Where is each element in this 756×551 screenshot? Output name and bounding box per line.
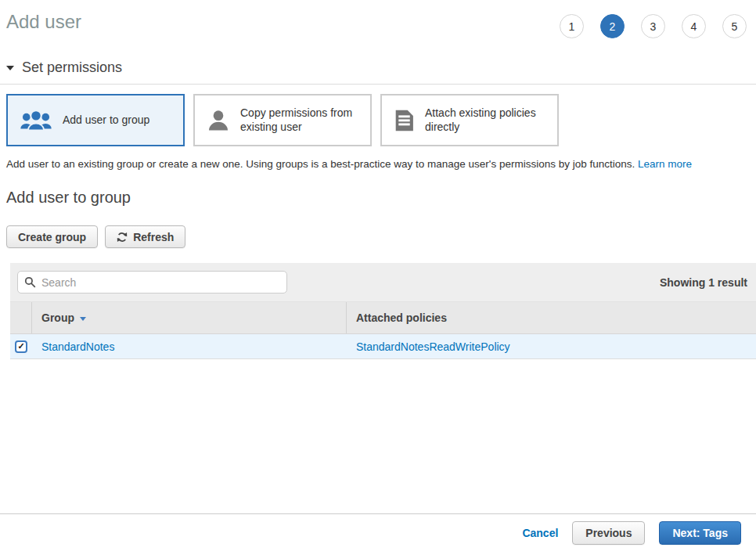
permissions-description: Add user to an existing group or create … — [6, 158, 747, 170]
section-title: Set permissions — [22, 59, 122, 76]
option-label: Copy permissions from existing user — [240, 106, 362, 134]
option-attach-policies[interactable]: Attach existing policies directly — [380, 94, 559, 146]
wizard-step-5: 5 — [722, 14, 747, 38]
permission-option-cards: Add user to group Copy permissions from … — [6, 94, 756, 146]
wizard-step-3: 3 — [641, 14, 665, 38]
option-label: Attach existing policies directly — [425, 106, 549, 134]
next-tags-button[interactable]: Next: Tags — [659, 521, 741, 545]
option-add-user-to-group[interactable]: Add user to group — [6, 94, 185, 146]
row-checkbox[interactable]: ✓ — [15, 340, 27, 353]
wizard-step-1: 1 — [560, 14, 584, 38]
row-checkbox-cell: ✓ — [10, 334, 32, 358]
wizard-step-4: 4 — [682, 14, 706, 38]
user-icon — [207, 109, 230, 132]
refresh-button-label: Refresh — [133, 231, 174, 243]
column-header-group[interactable]: Group — [32, 302, 347, 333]
search-icon — [24, 276, 36, 290]
table-row-standardnotes[interactable]: ✓ StandardNotes StandardNotesReadWritePo… — [10, 334, 756, 359]
search-input[interactable] — [17, 271, 287, 294]
refresh-icon — [117, 232, 128, 243]
attached-policy-link[interactable]: StandardNotesReadWritePolicy — [356, 340, 510, 353]
add-user-to-group-heading: Add user to group — [6, 189, 756, 207]
previous-button[interactable]: Previous — [572, 521, 645, 545]
option-copy-permissions[interactable]: Copy permissions from existing user — [193, 94, 372, 146]
column-header-attached-policies: Attached policies — [347, 302, 756, 333]
sort-desc-icon — [80, 317, 86, 321]
wizard-footer: Cancel Previous Next: Tags — [0, 513, 756, 551]
page-title: Add user — [6, 11, 81, 33]
groups-table: Showing 1 result Group Attached policies… — [10, 263, 756, 359]
collapse-arrow-icon — [6, 66, 14, 70]
refresh-button[interactable]: Refresh — [105, 225, 185, 248]
group-icon — [20, 109, 52, 132]
option-label: Add user to group — [63, 113, 149, 128]
wizard-steps: 1 2 3 4 5 — [560, 14, 747, 38]
table-header-row: Group Attached policies — [10, 302, 756, 334]
group-actions: Create group Refresh — [6, 225, 756, 248]
policy-document-icon — [394, 109, 415, 132]
set-permissions-section-header[interactable]: Set permissions — [0, 59, 756, 85]
row-policy-cell: StandardNotesReadWritePolicy — [347, 334, 756, 358]
cancel-link[interactable]: Cancel — [522, 527, 558, 539]
wizard-step-2-active: 2 — [600, 14, 625, 38]
search-box — [17, 271, 287, 294]
create-group-button[interactable]: Create group — [6, 225, 98, 248]
row-group-cell: StandardNotes — [32, 334, 347, 358]
group-name-link[interactable]: StandardNotes — [41, 340, 114, 353]
description-text: Add user to an existing group or create … — [6, 158, 638, 170]
select-all-column — [10, 302, 32, 333]
table-toolbar: Showing 1 result — [10, 263, 756, 302]
column-header-group-label: Group — [41, 312, 74, 324]
page-header: Add user 1 2 3 4 5 — [0, 0, 756, 38]
results-count: Showing 1 result — [660, 276, 747, 289]
learn-more-link[interactable]: Learn more — [638, 158, 692, 170]
